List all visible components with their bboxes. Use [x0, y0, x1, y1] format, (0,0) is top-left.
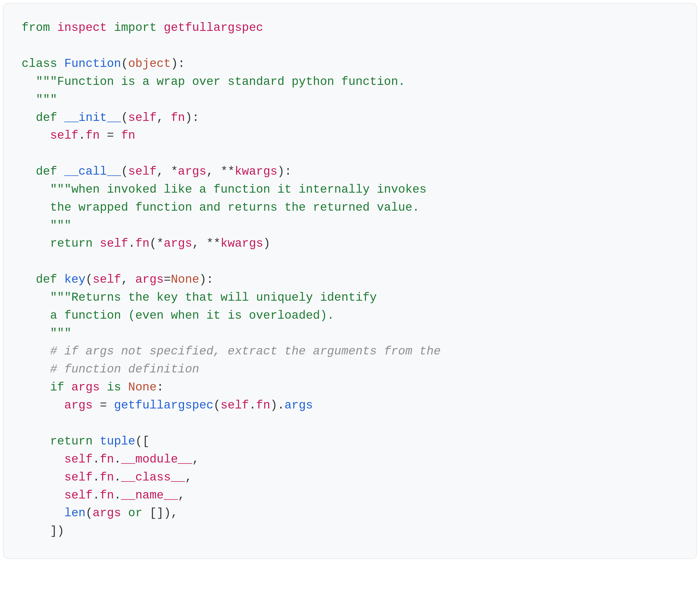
keyword-class: class: [22, 57, 57, 71]
keyword-return: return: [50, 237, 93, 250]
module-inspect: inspect: [57, 21, 107, 34]
param-self: self: [128, 165, 156, 178]
dunder-module: __module__: [121, 453, 192, 466]
code-line: if args is None:: [22, 381, 164, 394]
class-name: Function: [64, 57, 121, 71]
empty-list: []: [150, 506, 164, 520]
code-line: """: [22, 327, 71, 340]
docstring: a function (even when it is overloaded).: [50, 309, 334, 322]
code-line: self.fn.__class__,: [22, 471, 192, 484]
call-getfullargspec: getfullargspec: [114, 399, 214, 412]
ident-self: self: [221, 399, 249, 412]
code-line: class Function(object):: [22, 57, 185, 71]
param-fn: fn: [171, 111, 185, 125]
docstring: the wrapped function and returns the ret…: [50, 201, 419, 214]
keyword-def: def: [36, 111, 57, 125]
attr-fn: fn: [100, 453, 114, 466]
keyword-import: import: [114, 21, 157, 34]
ident-args: args: [164, 237, 192, 250]
ident-kwargs: kwargs: [221, 237, 263, 250]
docstring-close: """: [36, 93, 57, 106]
code-line: return tuple([: [22, 435, 150, 448]
method-call: __call__: [64, 165, 121, 178]
param-self: self: [93, 273, 121, 286]
dunder-class: __class__: [121, 471, 185, 484]
attr-args: args: [284, 399, 313, 412]
code-line: def __call__(self, *args, **kwargs):: [22, 165, 292, 178]
keyword-def: def: [36, 165, 57, 178]
comment: # if args not specified, extract the arg…: [50, 345, 441, 358]
docstring-close: """: [50, 327, 71, 340]
code-line: # if args not specified, extract the arg…: [22, 345, 441, 358]
ident-self: self: [64, 453, 93, 466]
close-brackets: ]): [50, 525, 64, 538]
method-key: key: [64, 273, 86, 286]
code-line: """Function is a wrap over standard pyth…: [22, 75, 405, 88]
ident-self: self: [64, 489, 93, 502]
method-init: __init__: [64, 111, 121, 125]
ident-self: self: [64, 471, 93, 484]
docstring: """Returns the key that will uniquely id…: [50, 291, 377, 304]
ident-self: self: [100, 237, 128, 250]
docstring-close: """: [50, 219, 71, 232]
attr-fn: fn: [100, 489, 114, 502]
code-line: """: [22, 93, 57, 106]
code-line: a function (even when it is overloaded).: [22, 309, 334, 322]
ident-getfullargspec: getfullargspec: [164, 21, 263, 34]
comment: # function definition: [50, 363, 199, 376]
code-line: from inspect import getfullargspec: [22, 21, 263, 34]
attr-fn: fn: [256, 399, 270, 412]
code-line: self.fn = fn: [22, 129, 135, 142]
keyword-if: if: [50, 381, 64, 394]
param-self: self: [128, 111, 156, 125]
attr-fn: fn: [85, 129, 100, 142]
code-line: """: [22, 219, 71, 232]
const-none: None: [128, 381, 156, 394]
code-line: # function definition: [22, 363, 199, 376]
attr-fn: fn: [135, 237, 150, 250]
code-line: def __init__(self, fn):: [22, 111, 199, 125]
dunder-name: __name__: [121, 489, 178, 502]
const-none: None: [171, 273, 199, 286]
code-block: from inspect import getfullargspec class…: [3, 3, 697, 559]
call-len: len: [64, 506, 86, 520]
code-line: """Returns the key that will uniquely id…: [22, 291, 377, 304]
code-line: the wrapped function and returns the ret…: [22, 201, 420, 214]
code-line: return self.fn(*args, **kwargs): [22, 237, 270, 250]
code-line: self.fn.__module__,: [22, 453, 199, 466]
ident-args: args: [71, 381, 100, 394]
param-kwargs: kwargs: [235, 165, 277, 178]
keyword-or: or: [128, 506, 142, 520]
code-line: args = getfullargspec(self.fn).args: [22, 399, 313, 412]
ident-fn: fn: [121, 129, 135, 142]
ident-args: args: [93, 506, 121, 520]
keyword-from: from: [22, 21, 50, 34]
code-line: """when invoked like a function it inter…: [22, 183, 426, 196]
code-line: ]): [22, 525, 64, 538]
keyword-is: is: [107, 381, 121, 394]
ident-self: self: [50, 129, 78, 142]
param-args: args: [135, 273, 164, 286]
param-args: args: [178, 165, 206, 178]
docstring: """Function is a wrap over standard pyth…: [36, 75, 405, 88]
code-line: len(args or []),: [22, 506, 178, 520]
docstring: """when invoked like a function it inter…: [50, 183, 426, 196]
code-line: self.fn.__name__,: [22, 489, 185, 502]
keyword-def: def: [36, 273, 57, 286]
builtin-object: object: [128, 57, 171, 71]
call-tuple: tuple: [100, 435, 135, 448]
ident-args: args: [64, 399, 93, 412]
attr-fn: fn: [100, 471, 114, 484]
code-line: def key(self, args=None):: [22, 273, 214, 286]
keyword-return: return: [50, 435, 93, 448]
